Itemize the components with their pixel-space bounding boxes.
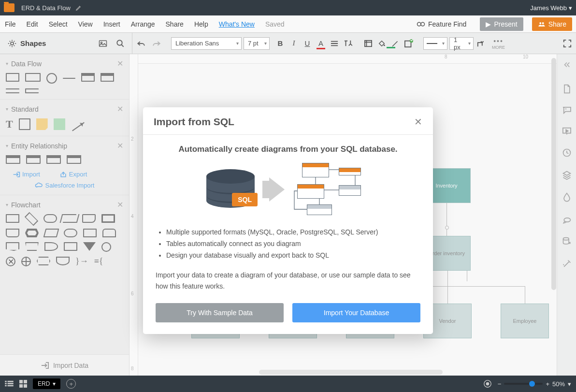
fc-terminator[interactable] xyxy=(43,214,57,223)
shape-table1[interactable] xyxy=(81,73,95,82)
pencil-icon[interactable] xyxy=(75,4,82,11)
shape-arrow[interactable] xyxy=(72,122,85,131)
bold-button[interactable]: B xyxy=(274,38,286,49)
shape-circle[interactable] xyxy=(46,73,57,84)
shape-rect-wide[interactable] xyxy=(25,73,41,82)
menu-help[interactable]: Help xyxy=(193,18,209,30)
bucket-icon[interactable] xyxy=(376,38,388,49)
close-icon[interactable]: ✕ xyxy=(117,141,123,150)
menu-edit[interactable]: Edit xyxy=(26,18,39,30)
shape-table2[interactable] xyxy=(101,73,114,82)
close-icon[interactable]: ✕ xyxy=(117,104,123,114)
fc-t3[interactable] xyxy=(44,242,58,251)
share-button[interactable]: Share xyxy=(532,17,572,31)
fc-doc[interactable] xyxy=(82,214,96,223)
fc-s4[interactable] xyxy=(64,229,77,237)
shape-rect[interactable] xyxy=(6,73,19,82)
align-button[interactable] xyxy=(329,38,340,49)
zoom-control[interactable]: − + 50% ▾ xyxy=(498,380,571,388)
fc-process[interactable] xyxy=(6,214,19,223)
fc-t6[interactable] xyxy=(101,242,111,252)
import-link[interactable]: Import xyxy=(13,171,40,178)
fullscreen-button[interactable] xyxy=(562,38,573,49)
undo-button[interactable] xyxy=(134,37,148,50)
menu-whats-new[interactable]: What's New xyxy=(218,18,256,30)
present-icon[interactable] xyxy=(562,127,572,135)
line-style-select[interactable] xyxy=(423,37,447,50)
page-tab[interactable]: ERD▾ xyxy=(33,378,60,389)
page-icon[interactable] xyxy=(562,84,571,94)
shape-options-button[interactable] xyxy=(403,38,415,49)
line-routing-button[interactable] xyxy=(475,38,487,49)
fc-decision[interactable] xyxy=(25,212,38,226)
box-emp3[interactable]: Employee xyxy=(501,304,549,338)
shape-block[interactable] xyxy=(54,118,65,130)
fc-t4[interactable] xyxy=(64,242,77,251)
import-database-button[interactable]: Import Your Database xyxy=(292,303,420,322)
fc-b3[interactable] xyxy=(37,257,50,265)
menu-select[interactable]: Select xyxy=(48,18,69,30)
search-icon[interactable] xyxy=(114,37,127,50)
horizontal-scrollbar[interactable] xyxy=(259,370,443,376)
export-link[interactable]: Export xyxy=(59,171,87,178)
feature-find[interactable]: Feature Find xyxy=(417,20,466,28)
fc-s5[interactable] xyxy=(83,229,97,237)
fc-predef[interactable] xyxy=(101,214,115,223)
gear-icon[interactable] xyxy=(8,39,16,48)
add-page-button[interactable]: + xyxy=(66,379,76,389)
close-icon[interactable]: ✕ xyxy=(117,59,123,68)
font-select[interactable]: Liberation Sans xyxy=(171,37,242,50)
text-options-button[interactable] xyxy=(342,38,354,49)
fc-s6[interactable] xyxy=(102,229,116,237)
salesforce-import-link[interactable]: Salesforce Import xyxy=(35,182,95,189)
shape-er4[interactable] xyxy=(67,155,81,164)
list-view-icon[interactable] xyxy=(5,380,14,387)
fc-t2[interactable] xyxy=(25,242,39,251)
import-data-button[interactable]: Import Data xyxy=(0,354,129,376)
comment-icon[interactable]: ❝ xyxy=(562,106,572,114)
zoom-in-icon[interactable]: + xyxy=(546,380,549,388)
shape-note[interactable] xyxy=(36,118,48,130)
drop-icon[interactable] xyxy=(562,192,571,203)
shape-text[interactable]: T xyxy=(6,119,13,130)
shape-line[interactable] xyxy=(63,78,75,79)
user-menu[interactable]: James Webb ▾ xyxy=(530,4,572,12)
shape-er2[interactable] xyxy=(26,155,41,164)
close-icon[interactable]: ✕ xyxy=(117,200,123,209)
menu-share[interactable]: Share xyxy=(165,18,185,30)
menu-insert[interactable]: Insert xyxy=(102,18,121,30)
fc-t5[interactable] xyxy=(83,242,96,251)
layers-icon[interactable] xyxy=(562,170,572,180)
image-icon[interactable] xyxy=(96,37,110,50)
menu-file[interactable]: File xyxy=(4,18,17,30)
shape-er1[interactable] xyxy=(6,155,20,164)
fc-b6[interactable]: ≡{ xyxy=(94,257,103,266)
menu-arrange[interactable]: Arrange xyxy=(130,18,156,30)
fc-b2[interactable] xyxy=(21,257,31,266)
underline-button[interactable]: U xyxy=(302,38,313,49)
shape-store2[interactable] xyxy=(25,88,39,93)
shape-fill-button[interactable] xyxy=(362,38,374,49)
pencil-color-button[interactable] xyxy=(389,38,401,49)
vertical-scrollbar[interactable] xyxy=(551,54,557,376)
shape-er3[interactable] xyxy=(46,155,61,164)
fc-t1[interactable] xyxy=(6,242,19,251)
present-button[interactable]: ▶ Present xyxy=(480,17,523,31)
fc-s3[interactable] xyxy=(43,229,59,237)
history-icon[interactable] xyxy=(562,148,572,158)
close-icon[interactable]: ✕ xyxy=(414,116,422,128)
collapse-rail-icon[interactable] xyxy=(557,59,576,70)
fc-b5[interactable]: }→ xyxy=(75,257,88,266)
database-icon[interactable] xyxy=(562,237,572,247)
zoom-out-icon[interactable]: − xyxy=(498,380,502,388)
redo-button[interactable] xyxy=(150,37,163,50)
menu-view[interactable]: View xyxy=(77,18,94,30)
fc-io[interactable] xyxy=(63,214,76,223)
chat-icon[interactable] xyxy=(562,216,572,224)
more-button[interactable]: •••MORE xyxy=(492,37,505,50)
shape-square[interactable] xyxy=(19,118,30,130)
fc-b1[interactable]: ✕ xyxy=(6,257,15,266)
line-width-select[interactable]: 1 px xyxy=(449,37,474,50)
fc-s1[interactable] xyxy=(6,229,19,237)
try-sample-button[interactable]: Try With Sample Data xyxy=(156,303,284,322)
